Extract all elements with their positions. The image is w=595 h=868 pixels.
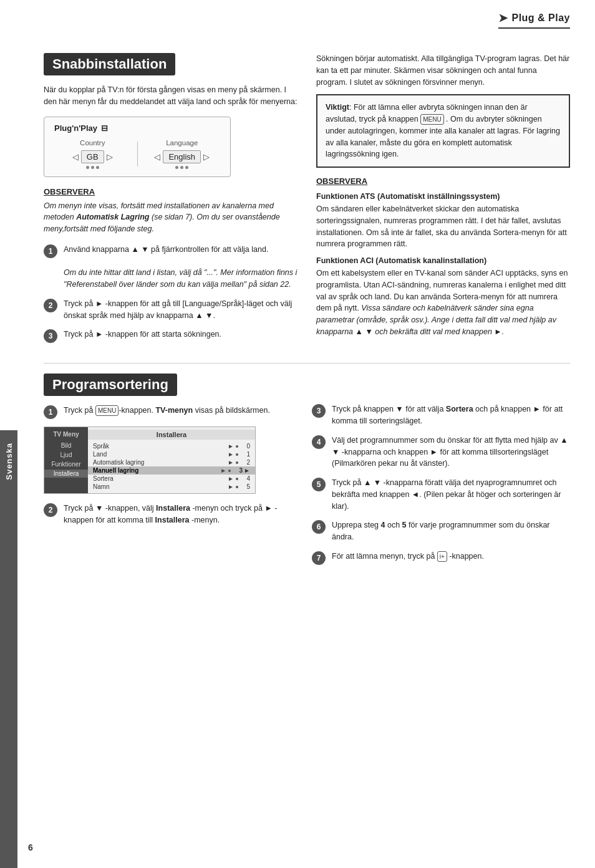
row-land-num: 1 [240, 451, 250, 458]
row-sprak-num: 0 [240, 443, 250, 450]
row-sortera-num: 4 [240, 475, 250, 482]
pnp-language-col: Language ◁ English ▷ [144, 139, 221, 169]
ps-step4-content: Välj det programnummer som du önskar för… [332, 435, 570, 470]
row-sprak-arrow: ► [228, 443, 234, 450]
plug-play-arrow-icon: ➤ [498, 11, 508, 25]
observera1-text: Om menyn inte visas, fortsätt med instal… [44, 200, 298, 235]
tv-menu-row-land: Land ► 1 [88, 450, 255, 458]
row-sortera-label: Sortera [93, 475, 228, 482]
warning-text: : För att lämna eller avbryta sökningen … [326, 103, 560, 158]
row-namn-label: Namn [93, 483, 228, 490]
row-land-arrow: ► [228, 451, 234, 458]
sidebar-funktioner: Funktioner [44, 460, 88, 468]
ps-step6-content: Upprepa steg 4 och 5 för varje programnu… [332, 519, 570, 543]
row-manuell-dot [228, 470, 231, 472]
row-sprak-label: Språk [93, 443, 228, 450]
ps-step5-content: Tryck på ▲ ▼ -knapparna föratt välja det… [332, 477, 570, 512]
row-manuell-num: 3 [233, 467, 243, 474]
ps-step2-number: 2 [44, 503, 57, 517]
pnp-country-col: Country ◁ GB ▷ [54, 139, 131, 169]
ps-step3-content: Tryck på knappen ▼ för att välja Sortera… [332, 403, 570, 427]
step-1: 1 Använd knapparna ▲ ▼ på fjärrkontrolle… [44, 244, 298, 291]
section1-intro-right: Sökningen börjar automatiskt. Alla tillg… [316, 53, 570, 88]
row-sortera-dot [236, 478, 238, 480]
row-auto-arrow: ► [228, 459, 234, 466]
step1-number: 1 [44, 244, 57, 258]
ps-step-5: 5 Tryck på ▲ ▼ -knapparna föratt välja d… [312, 477, 570, 512]
ps-step-7: 7 För att lämna menyn, tryck på i+ -knap… [312, 551, 570, 565]
step-3: 3 Tryck på ► -knappen för att starta sök… [44, 329, 298, 343]
row-namn-dot [236, 486, 238, 488]
observera2: OBSERVERA Funktionen ATS (Automatiskt in… [316, 176, 570, 338]
pnp-language-item: ◁ English ▷ [154, 150, 210, 163]
ps-step-3: 3 Tryck på knappen ▼ för att välja Sorte… [312, 403, 570, 427]
row-manuell-arrow: ► [220, 467, 226, 474]
tv-menu-row-sprak: Språk ► 0 [88, 442, 255, 450]
pnp-title-text: Plug'n'Play [54, 123, 97, 133]
ps-step7-content: För att lämna menyn, tryck på i+ -knappe… [332, 551, 570, 562]
tv-menu-content: Installera Språk ► 0 Land ► 1 Autom [88, 427, 255, 493]
row-sortera-arrow: ► [228, 475, 234, 482]
pnp-row: Country ◁ GB ▷ [54, 139, 220, 169]
pnp-country-label: Country [80, 139, 105, 147]
tv-menu-row-namn: Namn ► 5 [88, 483, 255, 491]
tv-menu-row-manuell: Manuell lagring ► 3 ► [88, 466, 255, 475]
row-land-label: Land [93, 451, 228, 458]
tv-menu-row-sortera: Sortera ► 4 [88, 475, 255, 483]
step3-content: Tryck på ► -knappen för att starta sökni… [64, 329, 298, 340]
tv-menu-content-title: Installera [88, 430, 255, 440]
pnp-country-right-arrow: ▷ [107, 152, 113, 162]
step3-number: 3 [44, 329, 57, 343]
plugnplay-box: Plug'n'Play ⊟ Country ◁ GB ▷ [44, 117, 231, 177]
snabbinstallation-section: Snabbinstallation När du kopplar på TV:n… [44, 53, 570, 350]
step2-content: Tryck på ► -knappen för att gå till [Lan… [64, 298, 298, 322]
pnp-country-value: GB [81, 150, 104, 163]
row-namn-arrow: ► [228, 483, 234, 490]
pnp-language-right-arrow: ▷ [203, 152, 210, 162]
right-column: Sökningen börjar automatiskt. Alla tillg… [316, 53, 570, 350]
ps-step1-number: 1 [44, 405, 57, 419]
ps-step3-number: 3 [312, 404, 326, 418]
plug-play-logo: ➤ Plug & Play [498, 11, 570, 29]
iplus-icon: i+ [437, 551, 447, 562]
menu-icon: MENU [420, 114, 443, 125]
row-manuell-ext-arrow: ► [244, 467, 250, 474]
sidebar-text: Svenska [4, 443, 14, 480]
warning-box: Viktigt: För att lämna eller avbryta sök… [316, 94, 570, 168]
section-divider [44, 363, 570, 364]
row-namn-num: 5 [240, 483, 250, 490]
pnp-country-dots [86, 166, 99, 169]
tv-menu-sidebar-title: TV Meny [53, 431, 79, 438]
pnp-title: Plug'n'Play ⊟ [54, 123, 220, 133]
pnp-language-label: Language [166, 139, 198, 147]
ps-step7-number: 7 [312, 551, 326, 565]
ps-step-6: 6 Upprepa steg 4 och 5 för varje program… [312, 519, 570, 543]
tv-menu-sidebar: TV Meny Bild Ljud Funktioner Installera [44, 427, 88, 493]
row-manuell-label: Manuell lagring [93, 467, 220, 474]
step1-content: Använd knapparna ▲ ▼ på fjärrkontrollen … [64, 244, 298, 291]
row-land-dot [236, 453, 238, 456]
warning-bold: Viktigt [326, 103, 349, 112]
page-number: 6 [28, 842, 33, 852]
aci-heading: Funktionen ACI (Automatisk kanalinstalla… [316, 256, 570, 265]
row-auto-dot [236, 461, 238, 464]
pnp-language-left-arrow: ◁ [154, 152, 160, 162]
section2-title: Programsortering [44, 374, 177, 396]
left-column: Snabbinstallation När du kopplar på TV:n… [44, 53, 298, 350]
row-sprak-dot [236, 445, 238, 448]
pnp-divider [137, 142, 138, 166]
sidebar-installera: Installera [44, 470, 88, 478]
programsortering-section: Programsortering 1 Tryck på MENU-knappen… [44, 374, 570, 572]
observera1-title: OBSERVERA [44, 187, 298, 196]
pnp-country-item: ◁ GB ▷ [72, 150, 113, 163]
bottom-right-column: 3 Tryck på knappen ▼ för att välja Sorte… [312, 374, 570, 572]
observera2-title: OBSERVERA [316, 176, 570, 186]
plug-play-text: Plug & Play [511, 12, 570, 24]
ps-step5-number: 5 [312, 478, 326, 491]
pnp-language-dots [175, 166, 188, 169]
tv-menu-box: TV Meny Bild Ljud Funktioner Installera … [44, 427, 256, 494]
pnp-country-left-arrow: ◁ [72, 152, 79, 162]
row-auto-num: 2 [240, 459, 250, 466]
ats-text: Om sändaren eller kabelnätverket skickar… [316, 203, 570, 250]
pnp-settings-icon: ⊟ [101, 123, 108, 133]
